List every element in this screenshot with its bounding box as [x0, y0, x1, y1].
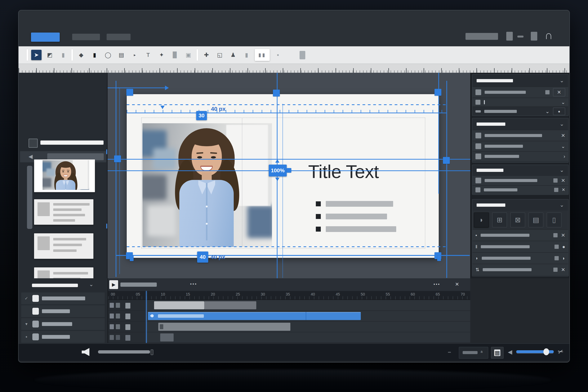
layer-checkbox[interactable]: [32, 308, 39, 315]
chevron-down-icon[interactable]: ⌄: [560, 202, 564, 208]
toolbar-separator[interactable]: [72, 49, 73, 61]
layer-row-columns[interactable]: ‖ ●: [472, 241, 568, 252]
selection-handle-top-left[interactable]: [126, 89, 133, 96]
property-row[interactable]: ✕: [472, 130, 568, 141]
track-thumb[interactable]: [125, 335, 130, 341]
close-icon[interactable]: ✕: [561, 178, 565, 184]
toolbar-separator[interactable]: [196, 49, 198, 61]
zoom-out-arrow-icon[interactable]: ◀: [508, 349, 512, 355]
layer-action-icon[interactable]: ✕: [561, 232, 565, 238]
clip-video-a[interactable]: [154, 301, 204, 309]
selection-handle-right-mid[interactable]: [443, 157, 450, 164]
clip-selected-blue[interactable]: [148, 312, 361, 320]
diamond-shape-tool[interactable]: ◆: [76, 50, 86, 60]
track-toggle-1[interactable]: [110, 303, 114, 308]
select-tool[interactable]: ➤: [31, 50, 42, 60]
image-frame-tool[interactable]: ▣: [183, 50, 194, 60]
ellipse-tool[interactable]: ◯: [103, 50, 113, 60]
playhead[interactable]: [146, 291, 146, 343]
chevron-down-icon[interactable]: ⌄: [561, 99, 565, 105]
track-toggle-2[interactable]: [116, 335, 120, 340]
person-tool[interactable]: ♟: [228, 50, 238, 60]
menu-pill-2[interactable]: [106, 34, 130, 40]
frame-tool[interactable]: ▤: [116, 50, 126, 60]
menu-pill-1[interactable]: [72, 34, 100, 40]
layer-list-item-1[interactable]: ✓: [21, 292, 105, 304]
more-options-icon[interactable]: •••: [190, 282, 197, 286]
guide-vertical-outer-right[interactable]: [446, 81, 447, 278]
step-tool[interactable]: ◱: [214, 50, 225, 60]
grid-type-icon[interactable]: ⊞: [492, 212, 507, 228]
layer-list-item-2[interactable]: [21, 305, 105, 317]
chevron-down-icon[interactable]: ⌄: [89, 282, 94, 287]
progress-handle[interactable]: [151, 350, 153, 355]
property-row[interactable]: ⌄: [472, 141, 568, 151]
layer-row-ellipse[interactable]: ◗ ◗: [472, 252, 568, 264]
checkbox[interactable]: [476, 133, 481, 138]
guide-vertical-outer-left[interactable]: [116, 81, 116, 277]
close-icon[interactable]: ✕: [562, 188, 565, 192]
clip-video-b[interactable]: [204, 301, 256, 309]
collapse-left-icon[interactable]: ◀: [28, 154, 33, 159]
speaker-icon[interactable]: [82, 348, 90, 356]
value-swatch[interactable]: [553, 233, 558, 237]
chevron-down-icon[interactable]: ⌄: [545, 108, 550, 114]
panel-type-icon[interactable]: ▯: [547, 212, 562, 228]
chevron-down-icon[interactable]: ⌄: [561, 143, 565, 149]
value-swatch[interactable]: [554, 244, 559, 249]
close-button[interactable]: [531, 32, 537, 40]
section-header[interactable]: ⌄: [472, 165, 568, 175]
gray-swatch-tool[interactable]: ▮: [241, 50, 252, 60]
render-tool-icon[interactable]: ✂: [557, 348, 564, 356]
measure-line-top[interactable]: [127, 112, 446, 113]
track-thumb[interactable]: [125, 324, 130, 330]
toolbar-separator[interactable]: [26, 49, 28, 61]
value-swatch[interactable]: [553, 268, 558, 272]
timeline-options-bar[interactable]: [120, 282, 157, 287]
checkbox[interactable]: [476, 178, 481, 183]
section-header[interactable]: ⌄: [472, 200, 568, 210]
track-thumb[interactable]: [125, 303, 130, 308]
fill-rect-tool[interactable]: ▮: [58, 50, 68, 60]
clip-audio[interactable]: [158, 323, 290, 331]
clip-split-divider[interactable]: [306, 312, 306, 320]
layer-checkbox[interactable]: [32, 334, 39, 340]
value-swatch[interactable]: [545, 90, 550, 94]
thumbnail-scrollbar[interactable]: [27, 166, 32, 229]
display-mode-button[interactable]: ▦: [491, 347, 504, 359]
guide-dashed-top-margin[interactable]: [127, 104, 446, 105]
crop-tool[interactable]: ◩: [44, 50, 55, 60]
duration-field[interactable]: a: [459, 347, 488, 359]
selection-handle-top-mid[interactable]: [273, 90, 280, 96]
value-swatch[interactable]: [554, 256, 559, 260]
property-row[interactable]: ⌄: [472, 98, 568, 106]
guide-horizontal-bottom[interactable]: [116, 255, 470, 256]
checkbox[interactable]: [476, 154, 481, 159]
selection-tab-bottom-left[interactable]: [130, 256, 134, 261]
more-options-icon[interactable]: •••: [434, 282, 440, 286]
arrow-small-tool[interactable]: ▸: [130, 50, 140, 60]
progress-track[interactable]: [98, 350, 150, 354]
track-toggle-2[interactable]: [116, 324, 120, 329]
track-toggle-2[interactable]: [116, 314, 120, 318]
slide-thumbnail-1[interactable]: [34, 160, 95, 192]
document-type-icon[interactable]: ▤: [528, 212, 544, 228]
track-toggle-1[interactable]: [110, 324, 114, 329]
timeline-close-icon[interactable]: ✕: [455, 282, 459, 287]
swatch-tool[interactable]: ▮: [90, 50, 100, 60]
timeline-ruler[interactable]: 000510152025303540455055606570: [108, 291, 470, 300]
property-row[interactable]: ✕: [472, 175, 568, 185]
marker-icon[interactable]: ✦: [24, 335, 29, 339]
shape-type-icon[interactable]: ◗: [474, 212, 489, 228]
checkbox[interactable]: [476, 100, 480, 105]
restore-button[interactable]: [517, 36, 524, 38]
visibility-icon[interactable]: ✓: [24, 296, 29, 301]
section-header[interactable]: ⌄: [472, 75, 568, 86]
shape-blob-tool[interactable]: ✦: [156, 50, 167, 60]
layer-action-icon[interactable]: ●: [562, 244, 565, 250]
layer-row-shape[interactable]: ▪ ✕: [472, 229, 568, 241]
timeline-play-button[interactable]: ▶: [109, 280, 118, 289]
guide-horizontal-top[interactable]: [108, 88, 166, 88]
slide-thumbnail-3[interactable]: [34, 233, 94, 259]
slide-thumbnail-2[interactable]: [34, 199, 94, 225]
